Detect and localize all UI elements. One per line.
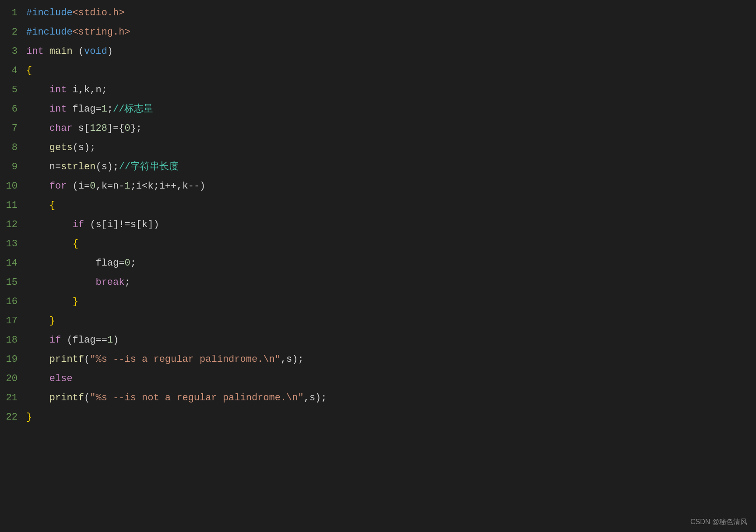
code-line-21: 21 printf("%s --is not a regular palindr… [0,388,756,408]
line-num-11: 11 [0,196,26,215]
line-num-6: 6 [0,100,26,119]
code-line-3: 3 int main (void) [0,42,756,61]
code-line-7: 7 char s[128]={0}; [0,119,756,138]
line-content-4: { [26,61,756,80]
line-num-2: 2 [0,23,26,42]
line-num-16: 16 [0,292,26,312]
code-editor: 1 #include<stdio.h> 2 #include<string.h>… [0,0,756,532]
line-num-9: 9 [0,158,26,177]
line-num-22: 22 [0,408,26,427]
code-line-5: 5 int i,k,n; [0,80,756,100]
code-line-4: 4 { [0,61,756,80]
line-num-17: 17 [0,312,26,331]
line-content-1: #include<stdio.h> [26,4,756,23]
line-num-15: 15 [0,273,26,292]
code-line-13: 13 { [0,234,756,254]
code-line-17: 17 } [0,312,756,331]
line-content-14: flag=0; [26,254,756,273]
code-line-22: 22 } [0,408,756,427]
line-content-7: char s[128]={0}; [26,119,756,138]
line-content-22: } [26,408,756,427]
code-line-20: 20 else [0,369,756,388]
line-content-9: n=strlen(s);//字符串长度 [26,158,756,177]
line-content-15: break; [26,273,756,292]
line-content-16: } [26,292,756,312]
code-line-1: 1 #include<stdio.h> [0,4,756,23]
line-content-21: printf("%s --is not a regular palindrome… [26,388,756,408]
line-num-20: 20 [0,369,26,388]
line-num-21: 21 [0,388,26,408]
code-line-8: 8 gets(s); [0,138,756,158]
code-line-10: 10 for (i=0,k=n-1;i<k;i++,k--) [0,177,756,196]
line-num-4: 4 [0,61,26,80]
line-content-2: #include<string.h> [26,23,756,42]
line-content-13: { [26,234,756,254]
line-num-14: 14 [0,254,26,273]
line-num-3: 3 [0,42,26,61]
line-content-8: gets(s); [26,138,756,158]
code-line-6: 6 int flag=1;//标志量 [0,100,756,119]
line-num-13: 13 [0,234,26,254]
line-num-7: 7 [0,119,26,138]
line-num-8: 8 [0,138,26,158]
code-line-16: 16 } [0,292,756,312]
line-content-12: if (s[i]!=s[k]) [26,215,756,234]
line-content-17: } [26,312,756,331]
line-content-19: printf("%s --is a regular palindrome.\n"… [26,350,756,369]
line-num-19: 19 [0,350,26,369]
code-line-19: 19 printf("%s --is a regular palindrome.… [0,350,756,369]
code-line-14: 14 flag=0; [0,254,756,273]
line-num-12: 12 [0,215,26,234]
code-line-2: 2 #include<string.h> [0,23,756,42]
code-line-11: 11 { [0,196,756,215]
code-line-15: 15 break; [0,273,756,292]
line-num-1: 1 [0,4,26,23]
line-content-20: else [26,369,756,388]
watermark: CSDN @秘色清风 [690,518,747,527]
line-num-5: 5 [0,80,26,100]
code-line-9: 9 n=strlen(s);//字符串长度 [0,158,756,177]
code-line-18: 18 if (flag==1) [0,331,756,350]
line-content-11: { [26,196,756,215]
line-num-10: 10 [0,177,26,196]
code-line-12: 12 if (s[i]!=s[k]) [0,215,756,234]
line-num-18: 18 [0,331,26,350]
line-content-10: for (i=0,k=n-1;i<k;i++,k--) [26,177,756,196]
line-content-5: int i,k,n; [26,80,756,100]
line-content-18: if (flag==1) [26,331,756,350]
line-content-3: int main (void) [26,42,756,61]
line-content-6: int flag=1;//标志量 [26,100,756,119]
